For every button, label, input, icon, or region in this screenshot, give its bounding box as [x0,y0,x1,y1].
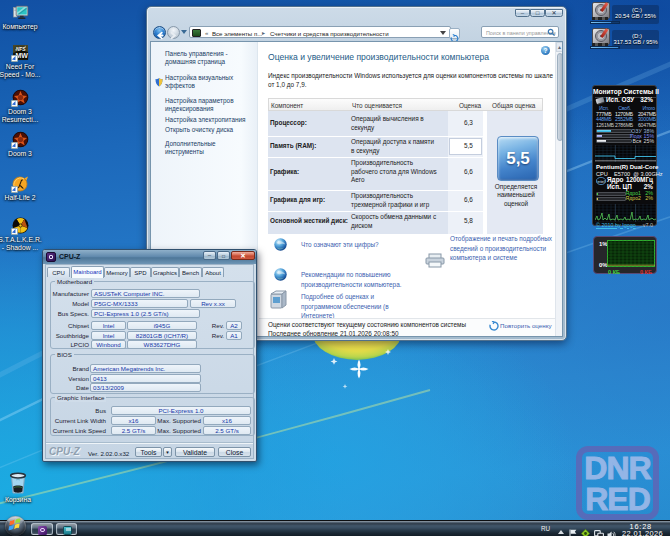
svg-text:intel: intel [597,178,605,183]
